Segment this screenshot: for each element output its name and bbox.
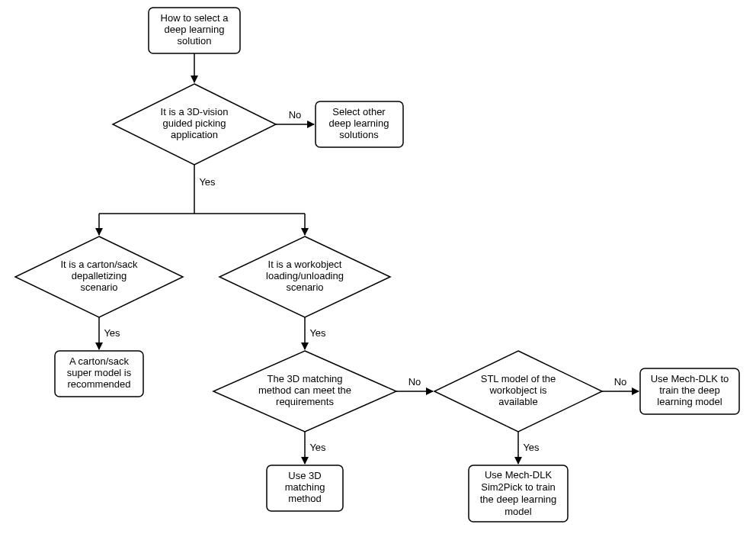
node-mechdlk-line3: learning model xyxy=(657,396,722,407)
node-d3-line2: loading/unloading xyxy=(266,270,344,281)
node-start-line3: solution xyxy=(178,35,212,47)
node-match3d-line3: method xyxy=(288,493,321,504)
node-d1-line2: guided picking xyxy=(162,117,226,129)
label-d4-yes: Yes xyxy=(309,442,326,453)
node-other-line2: deep learning xyxy=(329,117,389,129)
node-start-line2: deep learning xyxy=(165,24,225,35)
node-d1-line1: It is a 3D-vision xyxy=(161,106,229,117)
node-carton-line3: recommended xyxy=(67,378,130,390)
node-carton-line1: A carton/sack xyxy=(69,355,130,367)
node-mechdlk-line2: train the deep xyxy=(659,384,720,396)
label-d2-yes: Yes xyxy=(104,327,120,339)
node-sim2pick-line2: Sim2Pick to train xyxy=(481,481,556,493)
node-d4-line2: method can meet the xyxy=(258,384,351,396)
node-other-line1: Select other xyxy=(332,106,386,117)
node-start-line1: How to select a xyxy=(161,12,229,24)
node-d2-line1: It is a carton/sack xyxy=(60,259,138,270)
node-d5-line1: STL model of the xyxy=(481,373,556,384)
node-d5-line3: available xyxy=(498,396,537,407)
node-match3d-line1: Use 3D xyxy=(288,470,321,481)
node-d3-line1: It is a workobject xyxy=(268,259,342,270)
node-d4-line1: The 3D matching xyxy=(267,373,343,384)
node-d3-line3: scenario xyxy=(286,281,323,293)
node-d4-line3: requirements xyxy=(276,396,334,407)
node-match3d-line2: matching xyxy=(285,481,325,493)
node-carton-line2: super model is xyxy=(67,367,132,378)
label-d1-yes: Yes xyxy=(199,176,216,188)
flowchart-canvas: How to select a deep learning solution I… xyxy=(0,0,756,537)
node-other-line3: solutions xyxy=(339,129,379,140)
label-d3-yes: Yes xyxy=(309,327,326,339)
node-d5-line2: workobject is xyxy=(489,384,547,396)
node-sim2pick-line3: the deep learning xyxy=(480,494,556,505)
node-d1-line3: application xyxy=(171,129,218,140)
label-d4-no: No xyxy=(408,376,421,387)
node-d2-line2: depalletizing xyxy=(72,270,127,281)
node-sim2pick-line1: Use Mech-DLK xyxy=(485,469,552,481)
node-d2-line3: scenario xyxy=(80,281,117,293)
node-mechdlk-line1: Use Mech-DLK to xyxy=(651,373,729,384)
label-d5-no: No xyxy=(614,376,627,387)
label-d5-yes: Yes xyxy=(523,442,540,453)
label-d1-no: No xyxy=(289,109,302,121)
node-sim2pick-line4: model xyxy=(505,506,532,517)
